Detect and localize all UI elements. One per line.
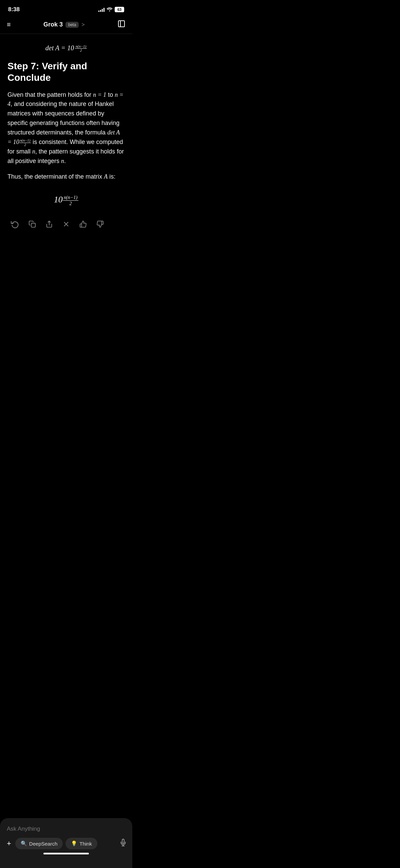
regenerate-button[interactable] [11, 220, 19, 230]
nav-title: Grok 3 [43, 21, 63, 28]
svg-rect-0 [118, 21, 125, 27]
svg-rect-1 [31, 223, 35, 227]
copy-button[interactable] [28, 220, 36, 230]
body-paragraph: Given that the pattern holds for n = 1 t… [7, 90, 125, 166]
section-heading: Step 7: Verify and Conclude [7, 60, 125, 83]
conclusion-text: Thus, the determinant of the matrix A is… [7, 172, 125, 182]
status-bar: 8:38 63 [0, 0, 132, 17]
top-formula: det A = 10 n(n−1) 2 [7, 41, 125, 60]
status-time: 8:38 [8, 6, 20, 13]
thumbs-up-button[interactable] [79, 220, 87, 230]
close-button[interactable] [62, 220, 70, 230]
nav-bar: ≡ Grok 3 beta > [0, 17, 132, 34]
status-icons: 63 [98, 7, 124, 13]
menu-icon[interactable]: ≡ [7, 21, 11, 29]
signal-icon [98, 7, 104, 12]
nav-chevron[interactable]: > [81, 22, 84, 28]
battery-indicator: 63 [115, 7, 124, 12]
large-formula: 10 n(n−1) 2 [7, 188, 125, 217]
main-content: det A = 10 n(n−1) 2 Step 7: Verify and C… [0, 34, 132, 281]
nav-center: Grok 3 beta > [43, 21, 85, 28]
edit-icon[interactable] [117, 20, 126, 30]
wifi-icon [107, 7, 113, 13]
nav-badge: beta [65, 22, 79, 28]
action-icons-row [7, 217, 125, 237]
share-button[interactable] [45, 220, 53, 230]
thumbs-down-button[interactable] [96, 220, 104, 230]
